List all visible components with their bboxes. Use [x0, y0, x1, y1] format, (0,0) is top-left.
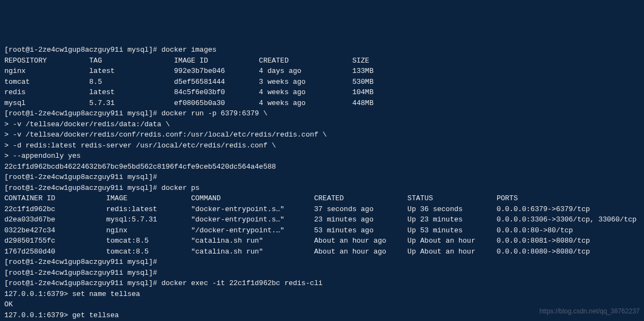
watermark: https://blog.csdn.net/qq_38762237	[540, 306, 640, 317]
terminal-output[interactable]: [root@i-2ze4cw1gup8aczguy91i mysql]# doc…	[4, 45, 640, 321]
